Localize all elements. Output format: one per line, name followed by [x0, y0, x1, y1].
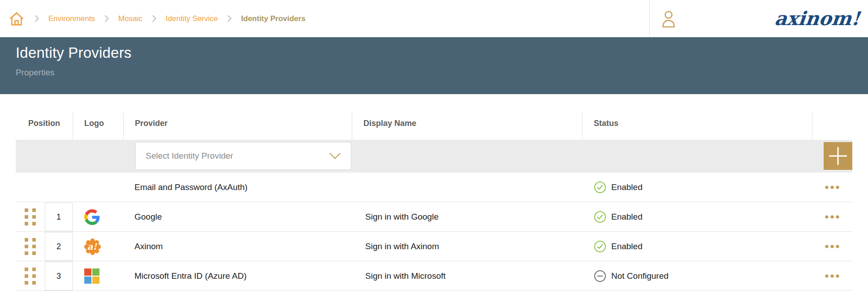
display-name: Sign in with Google: [352, 212, 582, 222]
ellipsis-icon: [825, 244, 840, 249]
breadcrumb-item-identity-providers-current: Identity Providers: [241, 14, 306, 23]
identity-providers-table: Position Logo Provider Display Name Stat…: [0, 94, 868, 291]
ellipsis-icon: [825, 274, 840, 278]
drag-handle[interactable]: [25, 208, 36, 225]
provider-name: Microsoft Entra ID (Azure AD): [123, 271, 352, 281]
column-header-status: Status: [582, 94, 812, 140]
identity-providers-page: Environments Mosaic Identity Service Ide…: [0, 0, 868, 307]
identity-provider-select[interactable]: Select Identity Provider: [135, 142, 351, 170]
drag-handle[interactable]: [25, 268, 36, 285]
table-row-microsoft: 3 Microsoft Entra ID (Azure AD) Sign in …: [16, 261, 852, 291]
breadcrumb: Environments Mosaic Identity Service Ide…: [0, 0, 649, 37]
column-header-actions: [812, 94, 852, 140]
page-subtitle: Properties: [16, 68, 868, 78]
top-bar-right: axinom!: [649, 0, 868, 37]
position-input[interactable]: 3: [45, 262, 73, 290]
status-label: Enabled: [611, 242, 643, 251]
status-badge: Not Configured: [582, 270, 812, 282]
svg-text:a!: a!: [87, 242, 98, 252]
row-menu-button[interactable]: [823, 271, 842, 281]
status-enabled-icon: [594, 211, 606, 223]
table-row-axauth: Email and Password (AxAuth) Enabled: [16, 173, 852, 202]
status-enabled-icon: [594, 240, 606, 253]
plus-icon: [828, 146, 848, 166]
user-icon[interactable]: [661, 9, 677, 28]
row-menu-button[interactable]: [823, 212, 842, 222]
status-enabled-icon: [594, 181, 606, 194]
breadcrumb-chevron-icon: [152, 15, 156, 22]
home-icon[interactable]: [8, 10, 25, 27]
status-badge: Enabled: [582, 181, 812, 194]
drag-handle[interactable]: [25, 238, 36, 255]
display-name: Sign in with Microsoft: [352, 271, 582, 281]
display-name: Sign in with Axinom: [352, 242, 582, 251]
row-menu-button[interactable]: [823, 242, 842, 251]
add-identity-provider-button[interactable]: [824, 142, 852, 170]
column-header-provider: Provider: [123, 94, 352, 140]
table-row-axinom: 2 a! Axinom Sign in with Axinom: [16, 232, 852, 261]
select-placeholder: Select Identity Provider: [146, 151, 329, 161]
provider-name: Email and Password (AxAuth): [123, 182, 352, 192]
status-label: Enabled: [611, 182, 643, 192]
column-header-display-name: Display Name: [352, 94, 582, 140]
top-bar: Environments Mosaic Identity Service Ide…: [0, 0, 868, 37]
row-menu-button[interactable]: [823, 182, 842, 192]
breadcrumb-item-identity-service[interactable]: Identity Service: [166, 14, 218, 23]
status-not-configured-icon: [594, 270, 606, 282]
google-logo-icon: [84, 209, 100, 225]
axinom-logo: axinom!: [774, 8, 861, 30]
status-badge: Enabled: [582, 211, 812, 223]
quick-add-row: Select Identity Provider: [16, 140, 852, 173]
breadcrumb-chevron-icon: [104, 15, 109, 22]
table-header-row: Position Logo Provider Display Name Stat…: [16, 94, 852, 140]
status-label: Enabled: [611, 212, 643, 222]
breadcrumb-item-mosaic[interactable]: Mosaic: [118, 14, 143, 23]
provider-name: Google: [123, 212, 352, 222]
column-header-logo: Logo: [73, 94, 123, 140]
breadcrumb-item-environments[interactable]: Environments: [48, 14, 95, 23]
breadcrumb-chevron-icon: [35, 15, 39, 22]
ellipsis-icon: [825, 215, 840, 219]
column-header-position: Position: [16, 94, 73, 140]
microsoft-logo-icon: [84, 268, 99, 284]
provider-name: Axinom: [123, 242, 352, 251]
table-row-google: 1 Google Sign in with Google En: [16, 202, 852, 232]
status-label: Not Configured: [611, 271, 669, 281]
position-input[interactable]: 2: [45, 232, 73, 261]
breadcrumb-chevron-icon: [227, 15, 232, 22]
status-badge: Enabled: [582, 240, 812, 253]
chevron-down-icon: [329, 152, 341, 160]
page-title: Identity Providers: [16, 44, 868, 61]
ellipsis-icon: [825, 185, 840, 190]
page-header: Identity Providers Properties: [0, 37, 868, 94]
position-input[interactable]: 1: [45, 203, 73, 231]
axinom-badge-icon: a!: [84, 238, 101, 255]
